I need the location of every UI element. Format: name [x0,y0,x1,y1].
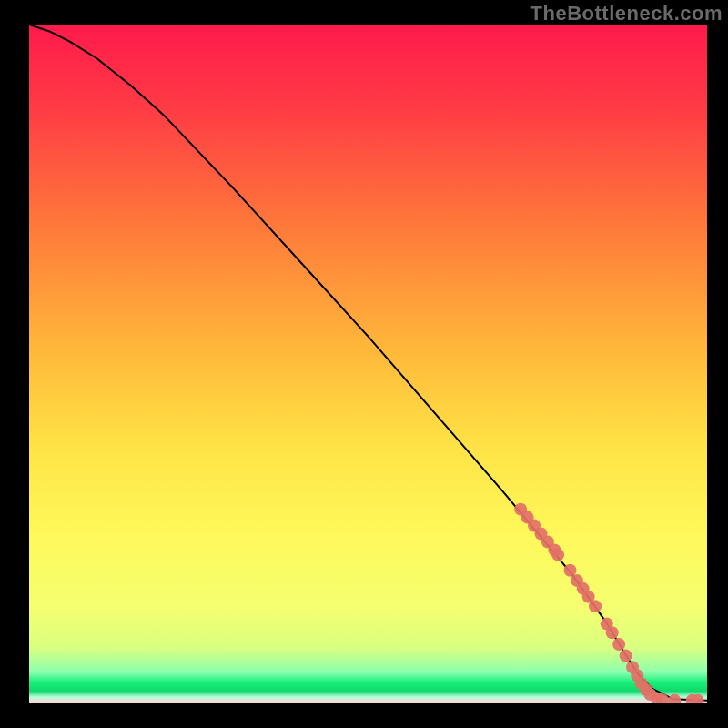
scatter-point [612,638,625,651]
chart-plot-area [29,25,707,703]
scatter-point [551,549,564,561]
chart-svg [29,25,707,703]
watermark-text: TheBottleneck.com [531,2,723,25]
scatter-point [620,650,632,662]
scatter-point [606,626,619,639]
scatter-point [589,600,602,612]
chart-background-gradient [29,25,707,703]
